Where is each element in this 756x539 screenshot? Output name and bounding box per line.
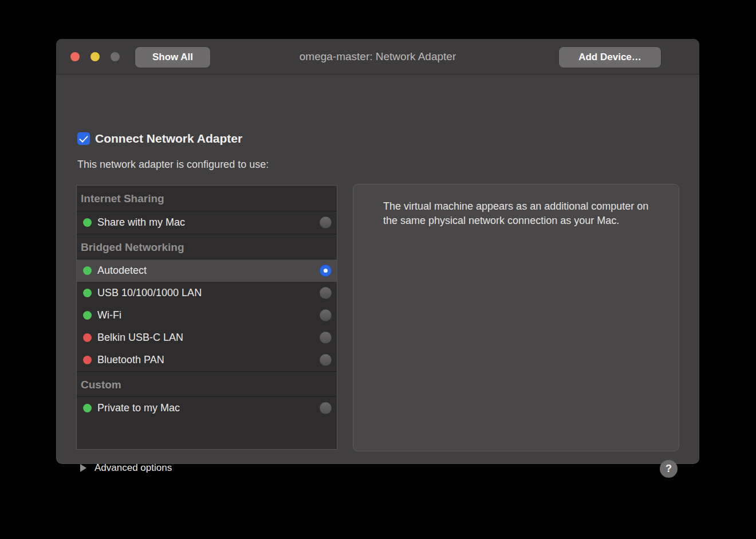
description-panel: The virtual machine appears as an additi… — [353, 184, 679, 451]
adapter-row-autodetect[interactable]: Autodetect — [77, 259, 337, 282]
status-dot-green — [83, 266, 92, 275]
status-dot-red — [83, 356, 92, 364]
adapter-label: Belkin USB-C LAN — [97, 332, 320, 344]
zoom-button — [111, 52, 120, 61]
connect-checkbox-label: Connect Network Adapter — [95, 132, 242, 145]
section-header-custom: Custom — [77, 371, 337, 397]
adapter-row-wi-fi[interactable]: Wi-Fi — [77, 304, 337, 326]
close-button[interactable] — [70, 52, 80, 61]
adapter-label: USB 10/100/1000 LAN — [97, 287, 320, 299]
adapter-row-bluetooth-pan[interactable]: Bluetooth PAN — [77, 349, 337, 371]
connect-network-adapter-row: Connect Network Adapter — [77, 132, 242, 145]
adapter-row-share-with-my-mac[interactable]: Share with my Mac — [77, 211, 337, 234]
section-header-internet-sharing: Internet Sharing — [77, 186, 337, 211]
status-dot-green — [83, 289, 92, 297]
disclosure-triangle-icon — [80, 464, 86, 472]
connect-checkbox[interactable] — [77, 132, 90, 145]
traffic-lights — [70, 52, 120, 61]
adapter-row-usb-10-100-1000-lan[interactable]: USB 10/100/1000 LAN — [77, 282, 337, 304]
radio-button[interactable] — [320, 287, 332, 299]
add-device-button[interactable]: Add Device… — [559, 47, 661, 68]
radio-button[interactable] — [320, 309, 332, 321]
adapter-label: Autodetect — [97, 265, 320, 277]
adapter-row-belkin-usb-c-lan[interactable]: Belkin USB-C LAN — [77, 326, 337, 349]
radio-button[interactable] — [320, 402, 332, 414]
section-header-bridged-networking: Bridged Networking — [77, 234, 337, 259]
radio-button[interactable] — [320, 332, 332, 344]
network-adapter-window: Show All omega-master: Network Adapter A… — [56, 39, 699, 464]
content-area: Connect Network Adapter This network ada… — [56, 74, 699, 464]
show-all-button[interactable]: Show All — [135, 47, 210, 68]
status-dot-green — [83, 311, 92, 320]
status-dot-green — [83, 404, 92, 412]
adapter-label: Share with my Mac — [97, 217, 320, 229]
status-dot-green — [83, 218, 92, 227]
adapter-label: Bluetooth PAN — [97, 354, 320, 366]
adapter-row-private-to-my-mac[interactable]: Private to my Mac — [77, 397, 337, 419]
advanced-options-disclosure[interactable]: Advanced options — [80, 461, 172, 475]
adapter-description: The virtual machine appears as an additi… — [383, 199, 659, 228]
help-button[interactable]: ? — [660, 460, 678, 478]
configured-to-use-label: This network adapter is configured to us… — [77, 159, 269, 171]
adapter-label: Private to my Mac — [97, 402, 320, 414]
radio-button-selected[interactable] — [320, 265, 332, 277]
radio-button[interactable] — [320, 217, 332, 229]
titlebar: Show All omega-master: Network Adapter A… — [56, 39, 699, 74]
minimize-button[interactable] — [90, 52, 100, 61]
adapter-list: Internet SharingShare with my MacBridged… — [76, 185, 337, 450]
status-dot-red — [83, 333, 92, 342]
radio-button[interactable] — [320, 354, 332, 366]
adapter-label: Wi-Fi — [97, 309, 320, 321]
advanced-options-label: Advanced options — [94, 462, 172, 474]
